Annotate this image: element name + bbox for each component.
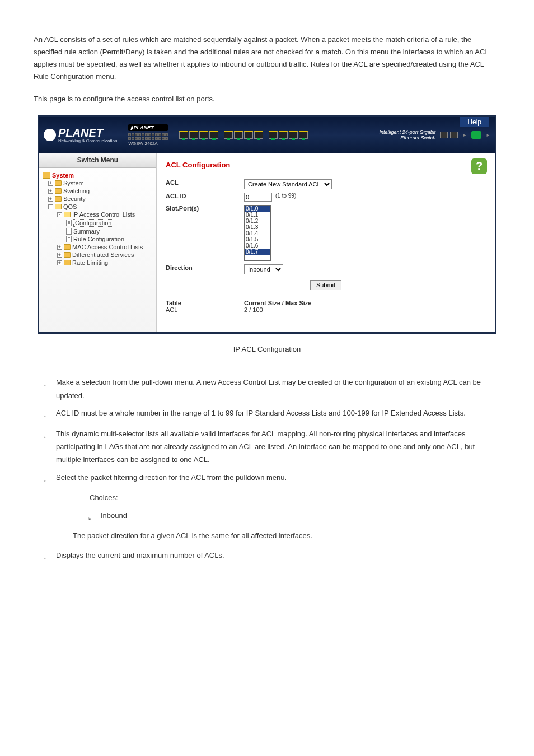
- direction-label: Direction: [166, 264, 244, 271]
- tree-qos[interactable]: -QOS: [43, 203, 154, 211]
- bullet-list: Make a selection from the pull-down menu…: [34, 376, 500, 564]
- size-value: 2 / 100: [244, 306, 263, 313]
- top-banner: Help PLANET Networking & Communication ◗…: [39, 117, 495, 153]
- direction-note: The packet direction for a given ACL is …: [34, 529, 500, 542]
- table-value: ACL: [166, 306, 244, 313]
- acl-id-range: (1 to 99): [275, 193, 296, 199]
- size-header-label: Current Size / Max Size: [244, 300, 311, 306]
- triangle-bullet-icon: [78, 509, 101, 525]
- acl-select[interactable]: Create New Standard ACL: [244, 179, 332, 189]
- bullet-acl: Make a selection from the pull-down menu…: [56, 376, 500, 402]
- tree-summary[interactable]: Summary: [43, 227, 154, 235]
- bullet-inbound: Inbound: [101, 509, 500, 522]
- bullet-icon: [34, 407, 56, 422]
- brand-text: PLANET: [58, 127, 103, 139]
- model-label: WGSW-2402A: [128, 141, 168, 146]
- switch-port-graphic: [179, 131, 308, 139]
- acl-label: ACL: [166, 179, 244, 186]
- brand-logo: PLANET Networking & Communication: [44, 127, 117, 143]
- tree-diff-serv[interactable]: +Differentiated Services: [43, 251, 154, 259]
- bullet-icon: [34, 376, 56, 391]
- section-title: ACL Configuration: [166, 161, 486, 169]
- sfp-ports-icon: [440, 132, 458, 138]
- tree-root-system[interactable]: System: [43, 171, 154, 179]
- acl-id-label: ACL ID: [166, 193, 244, 199]
- sidebar: Switch Menu System +System +Switching +S…: [39, 153, 157, 332]
- plug-icon: [471, 131, 481, 139]
- tree-security[interactable]: +Security: [43, 195, 154, 203]
- tree-configuration[interactable]: Configuration: [43, 218, 154, 227]
- banner-mid: ◗PLANET WGSW-2402A: [128, 124, 168, 146]
- tree-ip-acl[interactable]: -IP Access Control Lists: [43, 211, 154, 218]
- product-desc: Intelligent 24-port Gigabit Ethernet Swi…: [374, 129, 435, 141]
- tree-rate-limiting[interactable]: +Rate Limiting: [43, 259, 154, 267]
- submit-button[interactable]: Submit: [310, 280, 341, 290]
- tree-system[interactable]: +System: [43, 179, 154, 187]
- lead-paragraph: This page is to configure the access con…: [34, 93, 500, 105]
- bullet-direction: Select the packet filtering direction fo…: [56, 471, 500, 484]
- table-header-label: Table: [166, 300, 244, 306]
- main-panel: ? ACL Configuration ACL Create New Stand…: [157, 153, 495, 332]
- globe-icon: [44, 129, 56, 141]
- choices-label: Choices:: [34, 491, 500, 504]
- banner-right: Intelligent 24-port Gigabit Ethernet Swi…: [374, 129, 490, 141]
- direction-select[interactable]: Inbound: [244, 264, 283, 274]
- bullet-icon: [34, 549, 56, 564]
- tree-rule-config[interactable]: Rule Configuration: [43, 235, 154, 243]
- slot-port-label: Slot.Port(s): [166, 205, 244, 212]
- slot-port-multiselect[interactable]: 0/1.0 0/1.1 0/1.2 0/1.3 0/1.4 0/1.5 0/1.…: [244, 205, 271, 261]
- bullet-table: Displays the current and maximum number …: [56, 549, 500, 562]
- help-tab[interactable]: Help: [460, 117, 489, 127]
- tree-switching[interactable]: +Switching: [43, 187, 154, 195]
- acl-id-input[interactable]: [244, 193, 272, 202]
- bullet-icon: [34, 471, 56, 487]
- sidebar-title: Switch Menu: [39, 153, 156, 168]
- mini-logo: ◗PLANET: [128, 124, 168, 131]
- help-icon[interactable]: ?: [471, 158, 487, 174]
- bullet-slot: This dynamic multi-selector lists all av…: [56, 427, 500, 466]
- mini-port-grid: [128, 133, 168, 140]
- bullet-icon: [34, 427, 56, 443]
- intro-paragraph: An ACL consists of a set of rules which …: [34, 34, 500, 83]
- bullet-acl-id: ACL ID must be a whole number in the ran…: [56, 407, 500, 419]
- screenshot: Help PLANET Networking & Communication ◗…: [38, 115, 496, 334]
- nav-tree: System +System +Switching +Security -QOS…: [39, 168, 156, 270]
- figure-caption: IP ACL Configuration: [34, 345, 500, 353]
- brand-tagline: Networking & Communication: [58, 138, 117, 143]
- tree-mac-acl[interactable]: +MAC Access Control Lists: [43, 243, 154, 251]
